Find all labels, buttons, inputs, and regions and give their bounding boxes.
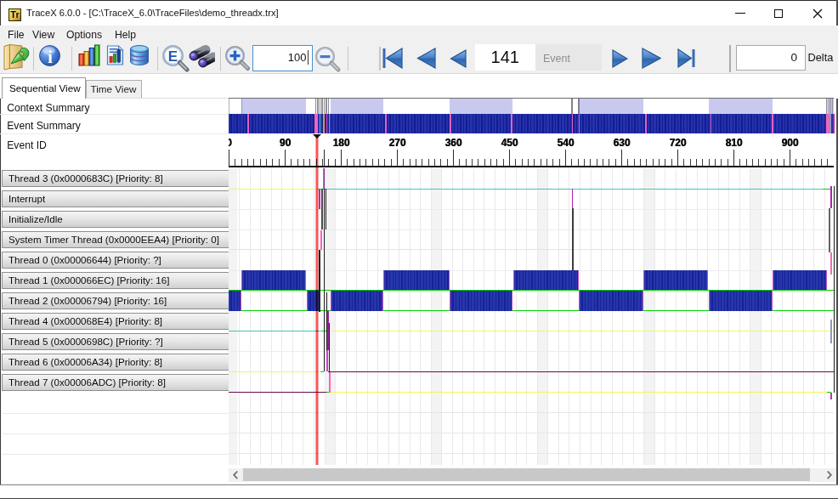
svg-text:E: E [168,48,178,65]
svg-text:i: i [48,48,53,66]
